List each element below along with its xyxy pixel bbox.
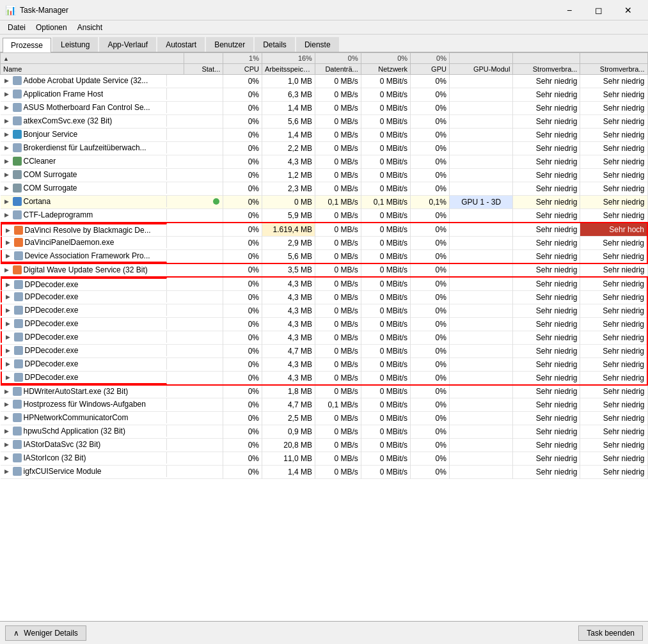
table-row[interactable]: ▶HPNetworkCommunicatorCom0%2,5 MB0 MB/s0…: [1, 412, 648, 425]
tab-autostart[interactable]: Autostart: [157, 37, 205, 52]
table-row[interactable]: ▶DPDecoder.exe0%4,3 MB0 MB/s0 MBit/s0%Se…: [1, 317, 648, 331]
process-table-wrapper[interactable]: ▲ 1% 16% 0% 0% 0% Name: [0, 52, 648, 598]
expand-arrow-icon[interactable]: ▶: [3, 77, 11, 84]
tab-dienste[interactable]: Dienste: [296, 37, 339, 52]
process-cpu-cell: 0%: [223, 142, 262, 155]
col-header-name[interactable]: Name: [1, 64, 184, 75]
menu-ansicht[interactable]: Ansicht: [72, 22, 107, 33]
table-row[interactable]: ▶Bonjour Service0%1,4 MB0 MB/s0 MBit/s0%…: [1, 129, 648, 142]
table-row[interactable]: ▶ASUS Motherboard Fan Control Se...0%1,4…: [1, 102, 648, 115]
sort-disk-col: 0%: [315, 53, 361, 64]
table-row[interactable]: ▶CTF-Ladeprogramm0%5,9 MB0 MB/s0 MBit/s0…: [1, 209, 648, 223]
table-row[interactable]: ▶COM Surrogate0%1,2 MB0 MB/s0 MBit/s0%Se…: [1, 169, 648, 182]
expand-arrow-icon[interactable]: ▶: [4, 320, 12, 327]
table-row[interactable]: ▶hpwuSchd Application (32 Bit)0%0,9 MB0 …: [1, 425, 648, 439]
expand-arrow-icon[interactable]: ▶: [4, 226, 12, 234]
end-task-button[interactable]: Task beenden: [578, 625, 643, 641]
expand-arrow-icon[interactable]: ▶: [3, 388, 11, 395]
process-cpu-cell: 0%: [223, 182, 262, 196]
table-row[interactable]: ▶Adobe Acrobat Update Service (32...0%1,…: [1, 75, 648, 88]
process-stat-cell: [184, 317, 223, 331]
table-row[interactable]: ▶Device Association Framework Pro...0%5,…: [1, 249, 648, 263]
table-row[interactable]: ▶DPDecoder.exe0%4,3 MB0 MB/s0 MBit/s0%Se…: [1, 331, 648, 344]
expand-arrow-icon[interactable]: ▶: [3, 414, 11, 421]
table-row[interactable]: ▶DaVinci Resolve by Blackmagic De...0%1.…: [1, 223, 648, 237]
expand-arrow-icon[interactable]: ▶: [3, 171, 11, 178]
table-row[interactable]: ▶DPDecoder.exe0%4,3 MB0 MB/s0 MBit/s0%Se…: [1, 290, 648, 304]
table-row[interactable]: ▶IAStorIcon (32 Bit)0%11,0 MB0 MB/s0 MBi…: [1, 452, 648, 466]
col-header-cpu[interactable]: CPU: [223, 64, 262, 75]
minimize-button[interactable]: −: [555, 0, 584, 20]
svg-rect-17: [14, 292, 23, 301]
tab-details[interactable]: Details: [255, 37, 295, 52]
expand-arrow-icon[interactable]: ▶: [3, 144, 11, 152]
expand-arrow-icon[interactable]: ▶: [3, 467, 11, 475]
table-row[interactable]: ▶COM Surrogate0%2,3 MB0 MB/s0 MBit/s0%Se…: [1, 182, 648, 196]
close-button[interactable]: ✕: [613, 0, 643, 20]
table-row[interactable]: ▶DaVinciPanelDaemon.exe0%2,9 MB0 MB/s0 M…: [1, 236, 648, 249]
expand-arrow-icon[interactable]: ▶: [3, 427, 11, 435]
process-net-cell: 0 MBit/s: [361, 357, 410, 371]
tab-benutzer[interactable]: Benutzer: [206, 37, 253, 52]
expand-arrow-icon[interactable]: ▶: [4, 360, 12, 368]
table-row[interactable]: ▶DPDecoder.exe0%4,7 MB0 MB/s0 MBit/s0%Se…: [1, 344, 648, 357]
process-cpu-cell: 0%: [223, 155, 262, 169]
expand-arrow-icon[interactable]: ▶: [4, 347, 12, 354]
col-header-net[interactable]: Netzwerk: [361, 64, 410, 75]
table-row[interactable]: ▶Hostprozess für Windows-Aufgaben0%4,7 M…: [1, 398, 648, 412]
expand-arrow-icon[interactable]: ▶: [3, 441, 11, 448]
table-row[interactable]: ▶Brokerdienst für Laufzeitüberwach...0%2…: [1, 142, 648, 155]
expand-arrow-icon[interactable]: ▶: [4, 373, 12, 381]
expand-arrow-icon[interactable]: ▶: [4, 306, 12, 314]
expand-arrow-icon[interactable]: ▶: [4, 239, 12, 246]
tab-prozesse[interactable]: Prozesse: [3, 38, 51, 52]
expand-arrow-icon[interactable]: ▶: [4, 333, 12, 341]
process-name-cell: ▶IAStorDataSvc (32 Bit): [1, 439, 167, 450]
expand-arrow-icon[interactable]: ▶: [4, 293, 12, 301]
table-row[interactable]: ▶DPDecoder.exe0%4,3 MB0 MB/s0 MBit/s0%Se…: [1, 277, 648, 291]
expand-arrow-icon[interactable]: ▶: [3, 117, 11, 125]
col-header-disk[interactable]: Datenträ...: [315, 64, 361, 75]
process-gpumod-cell: [449, 466, 512, 479]
tab-leistung[interactable]: Leistung: [52, 37, 98, 52]
col-header-gpumod[interactable]: GPU-Modul: [449, 64, 512, 75]
fewer-details-button[interactable]: ∧ Weniger Details: [5, 625, 86, 641]
table-row[interactable]: ▶DPDecoder.exe0%4,3 MB0 MB/s0 MBit/s0%Se…: [1, 371, 648, 385]
table-row[interactable]: ▶igfxCUIService Module0%1,4 MB0 MB/s0 MB…: [1, 466, 648, 479]
table-row[interactable]: ▶Application Frame Host0%6,3 MB0 MB/s0 M…: [1, 88, 648, 102]
expand-arrow-icon[interactable]: ▶: [3, 104, 11, 111]
table-row[interactable]: ▶Cortana0%0 MB0,1 MB/s0,1 MBit/s0,1%GPU …: [1, 196, 648, 209]
expand-arrow-icon[interactable]: ▶: [3, 211, 11, 219]
expand-arrow-icon[interactable]: ▶: [3, 184, 11, 192]
expand-arrow-icon[interactable]: ▶: [3, 400, 11, 408]
col-header-pow1[interactable]: Stromverbra...: [513, 64, 580, 75]
expand-arrow-icon[interactable]: ▶: [3, 157, 11, 165]
col-header-mem[interactable]: Arbeitsspeicher: [262, 64, 315, 75]
tab-app-verlauf[interactable]: App-Verlauf: [99, 37, 156, 52]
col-header-stat[interactable]: Stat...: [184, 64, 223, 75]
expand-arrow-icon[interactable]: ▶: [3, 90, 11, 98]
table-row[interactable]: ▶CCleaner0%4,3 MB0 MB/s0 MBit/s0%Sehr ni…: [1, 155, 648, 169]
svg-rect-21: [14, 346, 23, 355]
expand-arrow-icon[interactable]: ▶: [4, 281, 12, 288]
expand-arrow-icon[interactable]: ▶: [3, 454, 11, 462]
col-header-gpu[interactable]: GPU: [411, 64, 450, 75]
menu-optionen[interactable]: Optionen: [31, 22, 72, 33]
process-net-cell: 0 MBit/s: [361, 102, 410, 115]
process-name-cell: ▶Application Frame Host: [1, 88, 167, 100]
expand-arrow-icon[interactable]: ▶: [3, 266, 11, 274]
menu-datei[interactable]: Datei: [3, 22, 31, 33]
maximize-button[interactable]: ◻: [584, 0, 613, 20]
table-row[interactable]: ▶DPDecoder.exe0%4,3 MB0 MB/s0 MBit/s0%Se…: [1, 357, 648, 371]
table-row[interactable]: ▶IAStorDataSvc (32 Bit)0%20,8 MB0 MB/s0 …: [1, 439, 648, 452]
table-row[interactable]: ▶Digital Wave Update Service (32 Bit)0%3…: [1, 263, 648, 277]
expand-arrow-icon[interactable]: ▶: [3, 198, 11, 205]
expand-arrow-icon[interactable]: ▶: [3, 130, 11, 138]
expand-arrow-icon[interactable]: ▶: [4, 252, 12, 260]
process-disk-cell: 0 MB/s: [315, 452, 361, 466]
table-row[interactable]: ▶atkexComSvc.exe (32 Bit)0%5,6 MB0 MB/s0…: [1, 115, 648, 129]
table-row[interactable]: ▶HDWriterAutoStart.exe (32 Bit)0%1,8 MB0…: [1, 385, 648, 398]
process-gpumod-cell: [449, 169, 512, 182]
col-header-pow2[interactable]: Stromverbra...: [580, 64, 647, 75]
table-row[interactable]: ▶DPDecoder.exe0%4,3 MB0 MB/s0 MBit/s0%Se…: [1, 304, 648, 317]
